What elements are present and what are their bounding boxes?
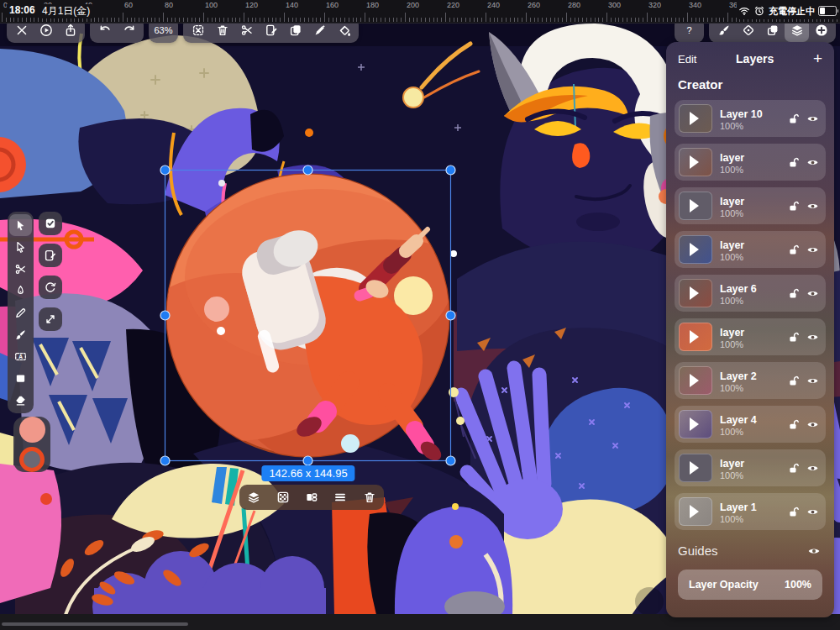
layer-name: layer [720, 152, 744, 164]
layer-thumbnail[interactable] [679, 192, 712, 220]
layer-row[interactable]: layer 100% [675, 187, 826, 224]
edit-button[interactable]: Edit [678, 53, 696, 66]
style-inspector-icon [717, 24, 731, 37]
layer-opacity: 100% [720, 296, 787, 307]
horizontal-scrollbar[interactable] [2, 622, 188, 626]
pencil-icon [14, 307, 27, 319]
eye-icon[interactable] [806, 375, 819, 387]
mask-button[interactable] [300, 486, 323, 509]
fill-color-swatch[interactable] [19, 417, 45, 443]
lock-open-icon[interactable] [787, 375, 800, 387]
layer-opacity: 100% [720, 208, 787, 219]
arrange-menu-button[interactable] [328, 486, 352, 509]
scissors-tool[interactable] [9, 258, 32, 280]
app-window: 0204060801001201401601802002202402602803… [0, 0, 840, 630]
lock-open-icon[interactable] [787, 244, 800, 256]
lock-open-icon[interactable] [787, 331, 800, 344]
alarm-icon [753, 5, 765, 17]
pen-tool[interactable] [9, 280, 32, 302]
layer-name: layer [720, 239, 744, 251]
play-triangle-icon [690, 286, 699, 300]
ruler-label: 240 [487, 1, 500, 9]
lock-open-icon[interactable] [787, 462, 800, 475]
wifi-icon [738, 5, 750, 17]
layer-row[interactable]: Layer 1 100% [675, 493, 826, 530]
share-icon [64, 24, 77, 37]
layer-opacity: 100% [720, 427, 787, 438]
layer-row[interactable]: Layer 6 100% [675, 275, 826, 312]
stroke-color-swatch[interactable] [19, 447, 45, 472]
lock-open-icon[interactable] [787, 200, 800, 213]
text-tool[interactable]: A [9, 345, 32, 367]
duplicate-icon [44, 249, 57, 262]
direct-select-tool[interactable] [9, 236, 32, 258]
layer-thumbnail[interactable] [679, 454, 712, 482]
ruler-label: 80 [165, 1, 173, 9]
eye-icon[interactable] [806, 462, 819, 475]
guides-visibility-toggle[interactable] [807, 544, 821, 558]
layer-name: Layer 6 [720, 283, 757, 295]
layer-opacity: 100% [720, 339, 787, 350]
pencil-tool[interactable] [9, 302, 32, 323]
tool-panel: A [8, 212, 34, 413]
layer-opacity: 100% [720, 121, 787, 132]
eye-icon[interactable] [806, 113, 819, 125]
color-inspector-icon [742, 24, 755, 37]
eye-icon[interactable] [806, 287, 819, 300]
eraser-tool[interactable] [9, 389, 32, 411]
ruler-label: 300 [608, 1, 621, 9]
arrange-menu-icon [333, 491, 347, 504]
layer-thumbnail[interactable] [679, 323, 712, 351]
lock-open-icon[interactable] [787, 287, 800, 300]
lock-open-icon[interactable] [787, 418, 800, 431]
eye-icon[interactable] [806, 331, 819, 344]
layer-row[interactable]: Layer 4 100% [675, 406, 826, 443]
eye-icon[interactable] [806, 244, 819, 256]
shape-tool[interactable] [9, 367, 32, 389]
pen-icon [14, 285, 27, 297]
layer-row[interactable]: Layer 2 100% [675, 362, 826, 399]
layer-thumbnail[interactable] [679, 104, 712, 133]
context-tool-buttons [39, 212, 62, 331]
select-tool[interactable] [9, 214, 32, 236]
eye-icon[interactable] [806, 418, 819, 431]
layers-panel-title: Layers [736, 52, 774, 66]
layer-row[interactable]: layer 100% [675, 318, 826, 355]
layer-name: Layer 2 [720, 370, 757, 382]
opacity-button[interactable] [271, 486, 295, 509]
delete-button[interactable] [358, 486, 381, 509]
layer-row[interactable]: layer 100% [675, 144, 826, 181]
layer-opacity-slider[interactable]: Layer Opacity 100% [678, 570, 822, 600]
layers-panel-header: Edit Layers + [666, 42, 834, 69]
eye-icon[interactable] [806, 506, 819, 518]
add-layer-button[interactable]: + [813, 53, 822, 65]
help-label: ? [686, 25, 691, 35]
layer-thumbnail[interactable] [679, 148, 712, 176]
duplicate-button[interactable] [39, 244, 62, 267]
layer-row[interactable]: Layer 10 100% [675, 100, 826, 137]
brush-tool[interactable] [9, 323, 32, 345]
eye-icon[interactable] [806, 200, 819, 213]
guides-label: Guides [678, 543, 718, 558]
ruler-label: 320 [648, 1, 661, 9]
layer-row[interactable]: layer 100% [675, 449, 826, 486]
eye-icon[interactable] [806, 156, 819, 169]
lock-open-icon[interactable] [787, 156, 800, 169]
mask-icon [305, 491, 318, 504]
lock-open-icon[interactable] [787, 113, 800, 125]
lock-open-icon[interactable] [787, 506, 800, 518]
multi-select-button[interactable] [39, 212, 62, 235]
layers-button[interactable] [242, 486, 265, 509]
paste-icon [265, 24, 278, 37]
layer-name: Layer 10 [720, 108, 763, 120]
layers-panel: Edit Layers + Creator Layer 10 100% laye… [666, 42, 834, 617]
layer-thumbnail[interactable] [679, 279, 712, 307]
layer-thumbnail[interactable] [679, 366, 712, 395]
scale-button[interactable] [39, 307, 62, 331]
layer-row[interactable]: layer 100% [675, 231, 826, 268]
guides-row[interactable]: Guides [666, 537, 834, 564]
rotate-button[interactable] [39, 276, 62, 299]
layer-thumbnail[interactable] [679, 410, 712, 438]
layer-thumbnail[interactable] [679, 497, 712, 526]
layer-thumbnail[interactable] [679, 235, 712, 264]
